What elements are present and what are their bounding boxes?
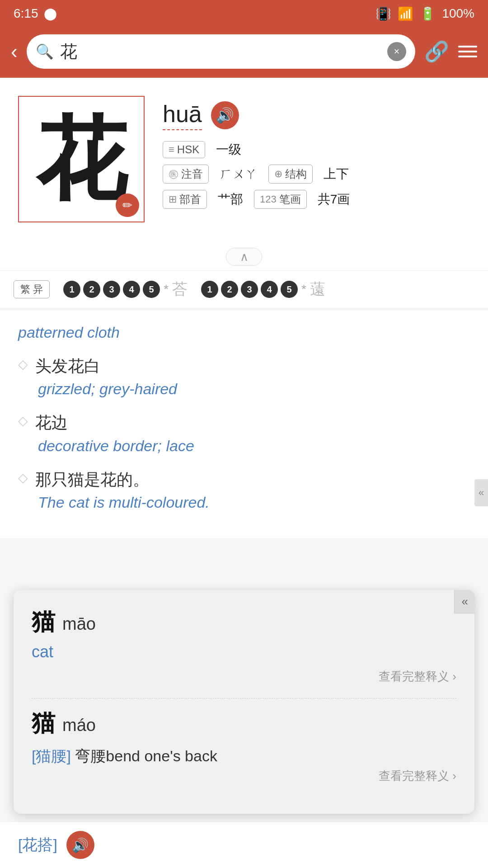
pinyin-row: huā 🔊 [163,100,470,130]
strokes-label: 笔画 [279,192,301,207]
dict-entry-1: ◇ 头发花白 grizzled; grey-haired [18,355,470,398]
dict-english-3: The cat is multi-coloured. [38,494,470,511]
hsk-value: 一级 [216,141,241,158]
sound-icon: 🔊 [216,107,234,124]
view-more-text-1: 查看完整释义 › [379,768,456,784]
circle-v2-3: 3 [241,281,258,298]
variant-1: 1 2 3 4 5 * 荅 [63,279,188,300]
pronunciation-icon: ㊩ [169,167,178,181]
popup-pinyin-0: māo [62,614,96,634]
circle-1: 1 [63,281,80,298]
strokes-value: 共7画 [318,191,350,208]
dict-english-1: grizzled; grey-haired [38,380,470,398]
structure-label: 结构 [285,167,307,181]
variant-1-char: 荅 [172,279,188,300]
vibrate-icon: 📳 [375,6,391,21]
variant-2: 1 2 3 4 5 * 薳 [201,279,325,300]
collapse-button[interactable]: ∧ [226,248,262,266]
variant-1-asterisk: * [164,282,169,297]
character-display: 花 [36,114,127,204]
popup-char-row-0: 猫 māo [32,606,456,638]
character-info: huā 🔊 ≡ HSK 一级 ㊩ 注音 [163,96,470,209]
dict-chinese-3: 那只猫是花的。 [35,468,149,491]
pinyin-text: huā [163,100,202,130]
popup-meaning-0: cat [32,642,456,661]
dict-english-2: decorative border; lace [38,437,470,455]
bottom-bar: [花搭] 🔊 [0,821,488,868]
circle-v2-2: 2 [221,281,238,298]
hsk-label: HSK [177,143,199,156]
wifi-icon: 📶 [398,6,413,21]
edit-button[interactable]: ✏ [116,193,139,217]
info-grid: ≡ HSK 一级 ㊩ 注音 ㄏㄨㄚ ⊕ 结构 上下 [163,141,470,209]
back-button[interactable]: ‹ [11,42,18,61]
popup-entry-0: 猫 māo cat 查看完整释义 › [32,606,456,684]
search-input[interactable]: 花 [60,40,381,63]
menu-line-1 [458,46,477,47]
menu-button[interactable] [458,46,477,57]
radical-value: 艹部 [218,191,243,208]
hsk-tag: ≡ HSK [163,141,205,158]
search-box[interactable]: 🔍 花 × [27,34,415,69]
pronunciation-value: ㄏㄨㄚ [220,165,258,183]
edit-icon: ✏ [122,198,132,212]
hsk-row: ≡ HSK 一级 [163,141,470,158]
circle-4: 4 [123,281,140,298]
structure-tag: ⊕ 结构 [268,165,313,184]
diamond-icon-1: ◇ [18,357,28,372]
strokes-tag: 123 笔画 [254,190,307,209]
dict-entry-2: ◇ 花边 decorative border; lace [18,411,470,454]
font-badge[interactable]: 繁 异 [14,280,50,298]
bottom-link-text[interactable]: [花搭] [18,835,57,855]
popup-entry-1: 猫 máo [猫腰] 弯腰bend one's back 查看完整释义 › [32,708,456,784]
header: ‹ 🔍 花 × 🔗 [0,27,488,78]
popup-char-0: 猫 [32,606,55,638]
popup-char-row-1: 猫 máo [32,708,456,739]
popup-view-more-1[interactable]: 查看完整释义 › [32,768,456,784]
clear-button[interactable]: × [387,42,406,61]
scroll-indicator[interactable]: « [474,479,488,506]
popup-close-button[interactable]: « [454,590,475,613]
pronunciation-row: ㊩ 注音 ㄏㄨㄚ ⊕ 结构 上下 [163,165,470,184]
dict-entry-3: ◇ 那只猫是花的。 The cat is multi-coloured. [18,468,470,511]
circle-v2-1: 1 [201,281,218,298]
variant-2-asterisk: * [301,282,306,297]
view-more-text-0: 查看完整释义 › [379,669,456,684]
circle-3: 3 [103,281,120,298]
font-row: 繁 异 1 2 3 4 5 * 荅 1 2 3 4 5 * 薳 [0,270,488,308]
status-left: 6:15 ⬤ [14,6,57,21]
character-section: 花 ✏ huā 🔊 ≡ HSK 一级 [18,96,470,222]
circle-v2-5: 5 [281,281,298,298]
popup-view-more-0[interactable]: 查看完整释义 › [32,669,456,684]
search-icon: 🔍 [36,43,54,60]
menu-line-3 [458,56,477,57]
variant-2-char: 薳 [310,279,325,300]
radical-icon: ⊞ [169,193,177,205]
popup-overlay: « 猫 māo cat 查看完整释义 › 猫 máo [猫腰] 弯腰bend o… [14,590,474,814]
pronunciation-tag: ㊩ 注音 [163,165,209,184]
dict-entry-0: patterned cloth [18,324,470,341]
status-right: 📳 📶 🔋 100% [375,6,474,21]
link-icon[interactable]: 🔗 [424,40,449,63]
structure-value: 上下 [324,165,349,183]
radical-label: 部首 [179,192,201,207]
dict-english-0: patterned cloth [18,324,470,341]
popup-detail-text-1: 弯腰bend one's back [75,747,217,764]
dict-chinese-1: 头发花白 [35,355,100,377]
battery-percent: 100% [442,6,474,21]
dict-diamond-row-2: ◇ 花边 [18,411,470,434]
menu-line-2 [458,51,477,52]
variant-2-circles: 1 2 3 4 5 [201,281,298,298]
hsk-icon: ≡ [169,144,174,156]
sound-button[interactable]: 🔊 [211,101,239,129]
bottom-sound-button[interactable]: 🔊 [66,831,94,859]
circle-2: 2 [83,281,100,298]
dictionary-section: patterned cloth ◇ 头发花白 grizzled; grey-ha… [0,310,488,538]
main-content: 花 ✏ huā 🔊 ≡ HSK 一级 [0,78,488,241]
collapse-icon: ∧ [240,250,249,264]
bottom-sound-icon: 🔊 [72,837,89,853]
popup-pinyin-1: máo [62,716,96,735]
status-bar: 6:15 ⬤ 📳 📶 🔋 100% [0,0,488,27]
popup-divider [32,698,456,698]
status-icon: ⬤ [44,7,57,21]
